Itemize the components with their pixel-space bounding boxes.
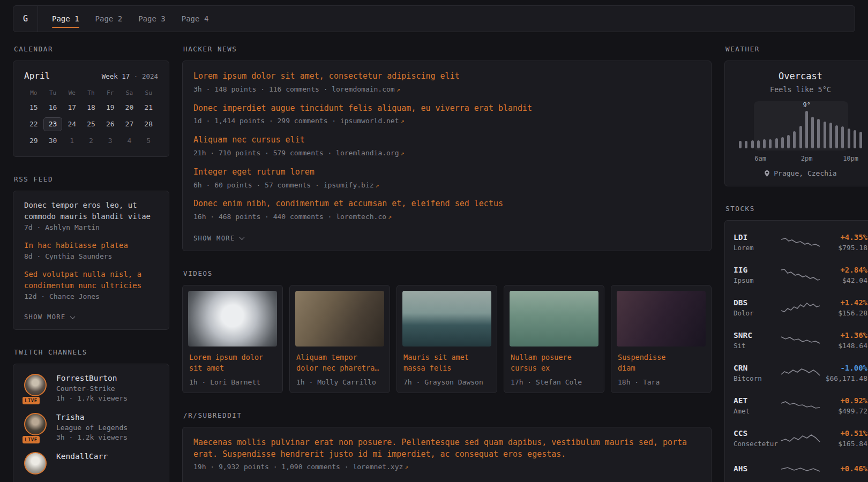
news-source-link[interactable]: loremlandia.org↗ (336, 149, 405, 157)
video-thumbnail[interactable] (617, 291, 706, 347)
news-title-link[interactable]: Donec enim nibh, condimentum et accumsan… (193, 198, 700, 210)
stock-price: $795.18 (825, 244, 867, 252)
rss-meta: 8d · Cynthia Saunders (24, 252, 158, 260)
video-title-link[interactable]: Suspendisse diam (618, 352, 705, 373)
stock-row[interactable]: CRN Bitcorn -1.00% $66,171.48 (734, 357, 867, 389)
calendar-week: Week 17 (102, 72, 130, 80)
rss-title-link[interactable]: Sed volutpat nulla nisl, a condimentum n… (24, 269, 158, 291)
stock-sparkline (780, 235, 821, 251)
news-source-link[interactable]: ipsumify.biz↗ (324, 181, 379, 189)
video-thumbnail[interactable] (188, 291, 277, 347)
reddit-post-title-link[interactable]: Maecenas mollis pulvinar erat non posuer… (193, 437, 700, 461)
stock-id: DBS Dolor (734, 298, 776, 317)
news-source-link[interactable]: loremtech.co↗ (336, 213, 392, 221)
twitch-channel[interactable]: KendallCarr (24, 452, 158, 475)
chevron-down-icon (239, 235, 244, 240)
calendar-day: 19 (101, 101, 120, 115)
reddit-post: Maecenas mollis pulvinar erat non posuer… (193, 437, 700, 472)
channel-game: Counter-Strike (56, 385, 128, 393)
stock-price: $499.72 (825, 407, 867, 415)
rss-item: In hac habitasse platea 8d · Cynthia Sau… (24, 240, 158, 260)
stock-row[interactable]: AHS +0.46% (734, 455, 867, 482)
news-domain: loremlandia.org (336, 149, 399, 157)
calendar-day: 30 (43, 134, 63, 148)
stock-row[interactable]: IIG Ipsum +2.84% $42.04 (734, 259, 867, 291)
page-tab[interactable]: Page 3 (138, 6, 166, 32)
stock-values: -1.00% $66,171.48 (825, 364, 867, 382)
video-thumbnail[interactable] (402, 291, 491, 347)
calendar-day: 29 (24, 134, 43, 148)
video-card[interactable]: Mauris sit amet massa felis 7h · Grayson… (396, 285, 497, 393)
rss-show-more-button[interactable]: SHOW MORE (24, 312, 74, 322)
news-meta: 21h · 710 points · 579 comments · loreml… (193, 148, 700, 159)
weather-bar (757, 140, 760, 148)
video-thumbnail[interactable] (510, 291, 598, 347)
stocks-card: LDI Lorem +4.35% $795.18 IIG Ipsum (724, 220, 868, 482)
news-meta: 16h · 468 points · 440 comments · loremt… (193, 212, 700, 222)
stock-values: +2.84% $42.04 (825, 266, 867, 284)
news-source-link[interactable]: ipsumworld.net↗ (340, 117, 405, 125)
video-title-link[interactable]: Lorem ipsum dolor sit amet consectetu… (189, 352, 276, 373)
rss-list: Donec tempor eros leo, ut commodo mauris… (24, 200, 158, 300)
weather-bar (811, 117, 814, 148)
weather-bar (763, 139, 766, 148)
twitch-channel[interactable]: LIVE ForrestBurton Counter-Strike 1h · 1… (24, 374, 158, 402)
news-title-link[interactable]: Donec imperdiet augue tincidunt felis al… (193, 103, 700, 115)
calendar-day: 4 (120, 134, 139, 148)
chevron-down-icon (70, 314, 75, 319)
stock-id: AHS (734, 464, 776, 475)
video-card[interactable]: Suspendisse diam 18h · Tara (611, 285, 712, 393)
news-source-link[interactable]: loremdomain.com↗ (332, 85, 400, 93)
video-card[interactable]: Aliquam tempor dolor nec pharetra… 1h · … (289, 285, 390, 393)
stock-id: CRN Bitcorn (734, 364, 776, 382)
video-title-link[interactable]: Aliquam tempor dolor nec pharetra… (296, 352, 383, 373)
video-thumbnail[interactable] (295, 291, 384, 347)
news-title-link[interactable]: Aliquam nec cursus elit (193, 134, 700, 146)
news-title-link[interactable]: Integer eget rutrum lorem (193, 167, 700, 178)
rss-title-link[interactable]: Donec tempor eros leo, ut commodo mauris… (24, 200, 158, 222)
calendar-weekday-label: Tu (43, 89, 63, 96)
stock-id: LDI Lorem (734, 233, 776, 252)
news-item: Donec imperdiet augue tincidunt felis al… (193, 103, 700, 127)
stock-row[interactable]: SNRC Sit +1.36% $148.64 (734, 324, 867, 357)
video-card[interactable]: Lorem ipsum dolor sit amet consectetu… 1… (182, 285, 283, 393)
weather-bar (848, 129, 850, 148)
news-title-link[interactable]: Lorem ipsum dolor sit amet, consectetur … (193, 71, 700, 82)
reddit-source-link[interactable]: loremnet.xyz↗ (353, 463, 408, 471)
stock-row[interactable]: LDI Lorem +4.35% $795.18 (734, 226, 867, 259)
page-tab[interactable]: Page 2 (95, 6, 123, 32)
weather-condition: Overcast (734, 71, 867, 81)
stock-row[interactable]: CCS Consectetur +0.51% $165.84 (734, 422, 867, 455)
page-tab[interactable]: Page 1 (52, 6, 79, 32)
stock-id: AET Amet (734, 396, 776, 415)
weather-bar (793, 131, 796, 148)
stock-row[interactable]: DBS Dolor +1.42% $156.28 (734, 291, 867, 324)
weather-bar (859, 132, 862, 148)
stock-name: Amet (734, 407, 776, 415)
twitch-channel[interactable]: LIVE Trisha League of Legends 3h · 1.2k … (24, 413, 158, 441)
stock-row[interactable]: AET Amet +0.92% $499.72 (734, 389, 867, 422)
video-title-link[interactable]: Nullam posuere cursus ex (511, 352, 597, 373)
video-title-link[interactable]: Mauris sit amet massa felis (403, 352, 490, 373)
stock-id: SNRC Sit (734, 331, 776, 350)
stock-change: +1.42% (825, 298, 867, 307)
video-meta: 17h · Stefan Cole (511, 378, 597, 386)
stock-values: +1.36% $148.64 (825, 331, 867, 350)
rss-title-link[interactable]: In hac habitasse platea (24, 240, 158, 251)
news-meta-text: 21h · 710 points · 579 comments · (193, 149, 332, 157)
weather-chart: 9° (738, 101, 863, 150)
weather-time-label: 6am (754, 155, 766, 162)
rss-item: Donec tempor eros leo, ut commodo mauris… (24, 200, 158, 231)
weather-section-title: WEATHER (725, 45, 868, 53)
calendar-day: 18 (81, 101, 101, 115)
stock-values: +4.35% $795.18 (825, 233, 867, 252)
page-tab[interactable]: Page 4 (182, 6, 209, 32)
weather-feels-like: Feels like 5°C (734, 85, 867, 94)
calendar-weekday-label: Fr (101, 89, 120, 96)
location-pin-icon (764, 170, 770, 177)
calendar-day: 23 (43, 117, 63, 131)
stock-sparkline (780, 365, 821, 381)
hn-show-more-button[interactable]: SHOW MORE (193, 234, 244, 243)
video-card[interactable]: Nullam posuere cursus ex 17h · Stefan Co… (504, 285, 604, 393)
stock-symbol: LDI (734, 233, 776, 242)
